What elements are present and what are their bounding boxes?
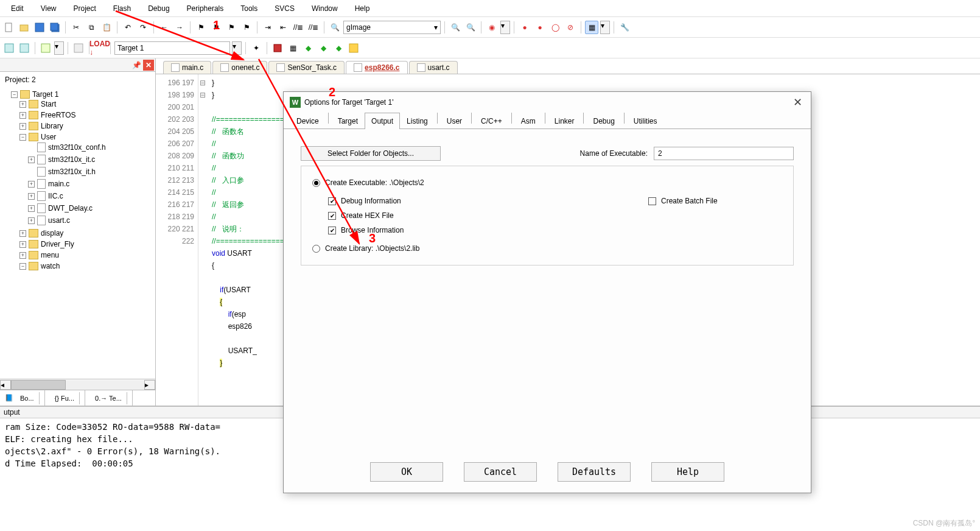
uncomment-icon[interactable]: //≣ <box>307 21 320 34</box>
exec-name-input[interactable] <box>654 147 794 160</box>
tree-item[interactable]: menu <box>41 251 59 259</box>
select-folder-button[interactable]: Select Folder for Objects... <box>301 146 441 161</box>
undo-icon[interactable]: ↶ <box>121 21 135 34</box>
expand-icon[interactable]: + <box>19 241 26 248</box>
expand-icon[interactable]: + <box>19 101 26 108</box>
tree-item[interactable]: User <box>41 133 56 141</box>
bookmark-prev-icon[interactable]: ⚑ <box>209 21 223 34</box>
dialog-tab-listing[interactable]: Listing <box>400 113 435 129</box>
new-icon[interactable] <box>2 21 16 34</box>
debug-icon[interactable]: ◉ <box>485 21 499 34</box>
rebuild-drop[interactable]: ▾ <box>54 41 64 55</box>
scroll-thumb[interactable] <box>11 380 66 390</box>
window-icon[interactable]: ▦ <box>585 21 598 34</box>
expand-icon[interactable]: + <box>28 205 35 212</box>
scroll-left-icon[interactable]: ◂ <box>0 380 11 390</box>
pack2-icon[interactable]: ◆ <box>317 41 330 55</box>
tree-item[interactable]: Driver_Fly <box>41 240 74 248</box>
search-combo[interactable]: gImage▾ <box>343 21 441 34</box>
window-drop[interactable]: ▾ <box>600 21 610 34</box>
breakpoint-kill-icon[interactable]: ⊘ <box>564 21 577 34</box>
tree-item[interactable]: Library <box>41 122 63 130</box>
create-hex-checkbox[interactable]: ✔Create HEX File <box>328 211 648 220</box>
expand-icon[interactable]: + <box>19 230 26 237</box>
dialog-tab-user[interactable]: User <box>440 113 469 129</box>
manage2-icon[interactable]: ▦ <box>286 41 299 55</box>
dialog-tab-device[interactable]: Device <box>290 113 326 129</box>
pack4-icon[interactable] <box>347 41 360 55</box>
expand-icon[interactable]: − <box>11 91 18 98</box>
ok-button[interactable]: OK <box>370 462 443 482</box>
expand-icon[interactable]: + <box>19 123 26 130</box>
batch-file-checkbox[interactable]: Create Batch File <box>648 197 782 205</box>
manage-icon[interactable] <box>271 41 284 55</box>
bookmark-icon[interactable]: ⚑ <box>194 21 208 34</box>
file-tab[interactable]: SenSor_Task.c <box>268 61 345 74</box>
indent-icon[interactable]: ⇥ <box>261 21 275 34</box>
menu-project[interactable]: Project <box>65 2 104 15</box>
tree-item[interactable]: stm32f10x_it.c <box>48 155 95 164</box>
file-tab[interactable]: main.c <box>163 61 211 74</box>
back-icon[interactable]: ← <box>158 21 171 34</box>
menu-help[interactable]: Help <box>346 2 379 15</box>
dialog-tab-asm[interactable]: Asm <box>514 113 542 129</box>
tree-item[interactable]: IIC.c <box>48 192 63 200</box>
panel-close-icon[interactable]: ✕ <box>143 60 154 71</box>
translate-icon[interactable] <box>2 41 16 55</box>
batch-icon[interactable] <box>72 41 85 55</box>
tab-templates[interactable]: 0.→ Te... <box>85 390 133 406</box>
tab-functions[interactable]: {} Fu... <box>45 390 85 406</box>
fwd-icon[interactable]: → <box>173 21 186 34</box>
menu-debug[interactable]: Debug <box>139 2 178 15</box>
expand-icon[interactable]: + <box>28 193 35 200</box>
dialog-tab-cc[interactable]: C/C++ <box>474 113 509 129</box>
expand-icon[interactable]: + <box>28 156 35 163</box>
tree-item[interactable]: stm32f10x_it.h <box>48 167 96 176</box>
file-tab[interactable]: onenet.c <box>212 61 267 74</box>
breakpoint3-icon[interactable]: ◯ <box>548 21 562 34</box>
tree-item[interactable]: usart.c <box>48 216 70 225</box>
dialog-tab-target[interactable]: Target <box>331 113 365 129</box>
debug-drop[interactable]: ▾ <box>500 21 510 34</box>
tree-item[interactable]: stm32f10x_conf.h <box>48 143 106 152</box>
create-lib-radio[interactable]: Create Library: .\Objects\2.lib <box>312 244 782 253</box>
dialog-tab-linker[interactable]: Linker <box>548 113 581 129</box>
tree-item[interactable]: Start <box>41 100 56 108</box>
tree-item[interactable]: FreeRTOS <box>41 111 76 119</box>
tree-root[interactable]: Target 1 <box>32 90 58 99</box>
menu-edit[interactable]: Edit <box>2 2 32 15</box>
tree-item[interactable]: DWT_Delay.c <box>48 204 93 213</box>
tree-item[interactable]: watch <box>41 262 60 270</box>
outdent-icon[interactable]: ⇤ <box>276 21 290 34</box>
build-icon[interactable] <box>18 41 31 55</box>
cut-icon[interactable]: ✂ <box>69 21 83 34</box>
menu-view[interactable]: View <box>32 2 65 15</box>
save-icon[interactable] <box>33 21 46 34</box>
saveall-icon[interactable] <box>48 21 61 34</box>
expand-icon[interactable]: − <box>19 263 26 270</box>
menu-window[interactable]: Window <box>303 2 346 15</box>
expand-icon[interactable]: − <box>19 134 26 141</box>
tree-item[interactable]: main.c <box>48 180 69 188</box>
tab-books[interactable]: 📘 Bo... <box>0 390 45 406</box>
options-icon[interactable]: ✦ <box>250 41 263 55</box>
find-icon[interactable]: 🔍 <box>328 21 341 34</box>
pack1-icon[interactable]: ◆ <box>301 41 315 55</box>
copy-icon[interactable]: ⧉ <box>85 21 98 34</box>
create-exe-radio[interactable]: Create Executable: .\Objects\2 <box>312 178 782 187</box>
close-icon[interactable]: ✕ <box>791 96 805 109</box>
menu-peripherals[interactable]: Peripherals <box>178 2 233 15</box>
tree-item[interactable]: display <box>41 229 63 237</box>
defaults-button[interactable]: Defaults <box>558 462 631 482</box>
find-in-files-icon[interactable]: 🔍 <box>449 21 462 34</box>
download-icon[interactable]: LOAD↓ <box>93 41 107 55</box>
bookmark-next-icon[interactable]: ⚑ <box>225 21 238 34</box>
cancel-button[interactable]: Cancel <box>464 462 537 482</box>
debug-info-checkbox[interactable]: ✔Debug Information <box>328 197 648 205</box>
incremental-find-icon[interactable]: 🔍 <box>464 21 477 34</box>
horizontal-scrollbar[interactable]: ◂ ▸ <box>0 379 155 390</box>
menu-svcs[interactable]: SVCS <box>266 2 303 15</box>
file-tab[interactable]: esp8266.c <box>346 61 407 74</box>
expand-icon[interactable]: + <box>28 181 35 188</box>
expand-icon[interactable]: + <box>28 217 35 224</box>
